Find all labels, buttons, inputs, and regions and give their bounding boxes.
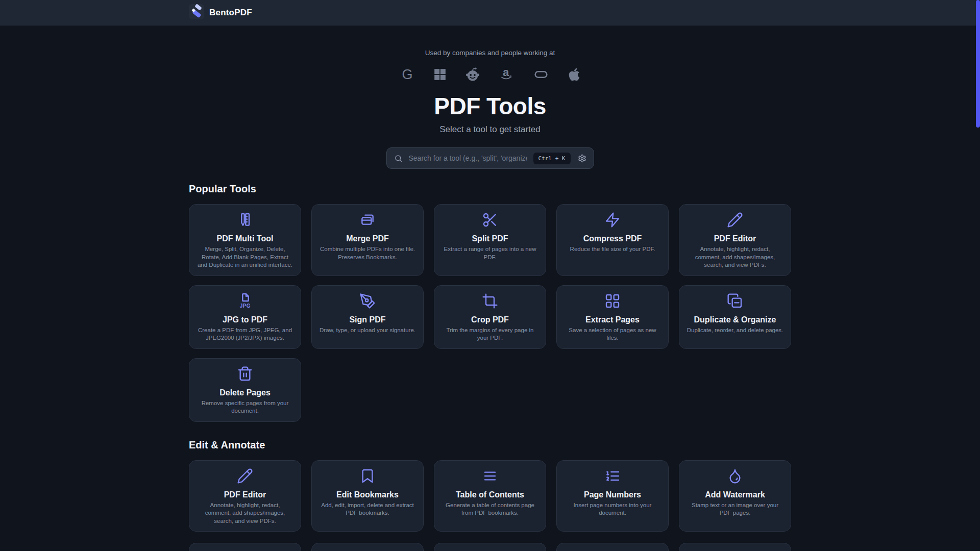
reddit-logo (465, 67, 480, 82)
bookmark-icon (359, 468, 376, 484)
search-bar: Ctrl + K (386, 147, 594, 169)
brand-logo[interactable]: BentoPDF (189, 4, 252, 21)
tool-title: JPG to PDF (197, 315, 293, 324)
bentopdf-logo-icon (189, 4, 204, 21)
tool-title: PDF Editor (687, 234, 783, 243)
svg-text:a: a (503, 67, 509, 79)
tool-card-merge-pdf[interactable]: Merge PDFCombine multiple PDFs into one … (311, 204, 424, 276)
tool-title: PDF Multi Tool (197, 234, 293, 243)
scrollbar-thumb[interactable] (976, 0, 980, 128)
page-subtitle: Select a tool to get started (0, 124, 980, 135)
tool-description: Insert page numbers into your document. (564, 502, 661, 517)
tool-card-partial[interactable] (679, 543, 791, 551)
tools-grid: PDF EditorAnnotate, highlight, redact, c… (189, 460, 791, 532)
page-scrollbar (975, 0, 980, 551)
tool-card-partial[interactable] (434, 543, 546, 551)
tool-description: Create a PDF from JPG, JPEG, and JPEG200… (197, 327, 293, 342)
pill-logo (532, 68, 550, 81)
tool-title: Page Numbers (564, 490, 661, 499)
pencil-icon (727, 212, 743, 228)
scissors-icon (482, 212, 498, 228)
tool-card-add-watermark[interactable]: Add WatermarkStamp text or an image over… (679, 460, 791, 532)
page-title: PDF Tools (0, 92, 980, 120)
tool-description: Duplicate, reorder, and delete pages. (687, 327, 783, 335)
tool-title: Add Watermark (687, 490, 783, 499)
tools-section-popular-tools: Popular ToolsPDF Multi ToolMerge, Split,… (189, 183, 791, 422)
list-ordered-icon (604, 468, 621, 484)
tool-card-delete-pages[interactable]: Delete PagesRemove specific pages from y… (189, 358, 301, 422)
tool-description: Trim the margins of every page in your P… (442, 327, 538, 342)
tool-description: Add, edit, import, delete and extract PD… (319, 502, 416, 517)
settings-gear-icon[interactable] (576, 154, 589, 163)
crop-icon (482, 293, 498, 309)
tool-card-table-of-contents[interactable]: Table of ContentsGenerate a table of con… (434, 460, 546, 532)
tools-area: Popular ToolsPDF Multi ToolMerge, Split,… (189, 183, 791, 551)
tool-card-split-pdf[interactable]: Split PDFExtract a range of pages into a… (434, 204, 546, 276)
tool-card-compress-pdf[interactable]: Compress PDFReduce the file size of your… (556, 204, 669, 276)
tool-card-partial[interactable] (189, 543, 301, 551)
tool-title: Split PDF (442, 234, 538, 243)
tool-description: Combine multiple PDFs into one file. Pre… (319, 245, 416, 261)
social-proof-text: Used by companies and people working at (0, 49, 980, 57)
tool-card-crop-pdf[interactable]: Crop PDFTrim the margins of every page i… (434, 285, 546, 349)
tool-card-pdf-editor[interactable]: PDF EditorAnnotate, highlight, redact, c… (679, 204, 791, 276)
tool-title: Compress PDF (564, 234, 661, 243)
tools-section-edit-annotate: Edit & AnnotatePDF EditorAnnotate, highl… (189, 439, 791, 532)
trash-icon (237, 366, 253, 382)
tool-description: Annotate, highlight, redact, comment, ad… (197, 502, 293, 525)
apple-logo (568, 67, 580, 82)
tool-card-extract-pages[interactable]: Extract PagesSave a selection of pages a… (556, 285, 669, 349)
pencil-icon (237, 468, 253, 484)
keyboard-shortcut-badge: Ctrl + K (533, 153, 571, 164)
tools-section-partial (189, 543, 791, 551)
tool-title: Crop PDF (442, 315, 538, 324)
svg-text:G: G (402, 67, 412, 82)
droplet-icon (727, 468, 743, 484)
tools-grid (189, 543, 791, 551)
hero: Used by companies and people working at … (0, 26, 980, 169)
tool-title: Extract Pages (564, 315, 661, 324)
tool-description: Reduce the file size of your PDF. (564, 245, 661, 254)
tools-grid: PDF Multi ToolMerge, Split, Organize, De… (189, 204, 791, 422)
amazon-logo: a (499, 67, 514, 82)
tool-description: Stamp text or an image over your PDF pag… (687, 502, 783, 517)
tool-description: Annotate, highlight, redact, comment, ad… (687, 245, 783, 269)
tool-description: Remove specific pages from your document… (197, 399, 293, 415)
search-icon (394, 154, 403, 163)
google-logo: G (400, 67, 415, 82)
tool-title: Delete Pages (197, 388, 293, 397)
section-heading: Edit & Annotate (189, 439, 791, 451)
file-jpg-icon: JPG (237, 293, 253, 309)
tool-card-edit-bookmarks[interactable]: Edit BookmarksAdd, edit, import, delete … (311, 460, 424, 532)
pencil-ruler-icon (237, 212, 253, 228)
tool-description: Extract a range of pages into a new PDF. (442, 245, 538, 261)
tool-title: Edit Bookmarks (319, 490, 416, 499)
tool-description: Generate a table of contents page from P… (442, 502, 538, 517)
layout-grid-icon (604, 293, 621, 309)
toc-lines-icon (482, 468, 498, 484)
tool-title: Sign PDF (319, 315, 416, 324)
svg-text:JPG: JPG (240, 303, 251, 308)
tool-card-duplicate-organize[interactable]: Duplicate & OrganizeDuplicate, reorder, … (679, 285, 791, 349)
search-input[interactable] (408, 154, 528, 163)
tool-card-partial[interactable] (311, 543, 424, 551)
tool-card-pdf-multi-tool[interactable]: PDF Multi ToolMerge, Split, Organize, De… (189, 204, 301, 276)
company-logos: Ga (0, 67, 980, 82)
tool-card-sign-pdf[interactable]: Sign PDFDraw, type, or upload your signa… (311, 285, 424, 349)
tool-card-jpg-to-pdf[interactable]: JPGJPG to PDFCreate a PDF from JPG, JPEG… (189, 285, 301, 349)
copy-icon (727, 293, 743, 309)
tool-description: Save a selection of pages as new files. (564, 327, 661, 342)
tool-description: Draw, type, or upload your signature. (319, 327, 416, 335)
tool-card-partial[interactable] (556, 543, 669, 551)
microsoft-logo (433, 68, 447, 81)
tool-card-pdf-editor[interactable]: PDF EditorAnnotate, highlight, redact, c… (189, 460, 301, 532)
tool-card-page-numbers[interactable]: Page NumbersInsert page numbers into you… (556, 460, 669, 532)
tool-title: PDF Editor (197, 490, 293, 499)
tool-description: Merge, Split, Organize, Delete, Rotate, … (197, 245, 293, 269)
merge-icon (359, 212, 376, 228)
navbar: BentoPDF (0, 0, 980, 26)
tool-title: Table of Contents (442, 490, 538, 499)
tool-title: Duplicate & Organize (687, 315, 783, 324)
pen-tool-icon (359, 293, 376, 309)
brand-name: BentoPDF (209, 8, 252, 18)
